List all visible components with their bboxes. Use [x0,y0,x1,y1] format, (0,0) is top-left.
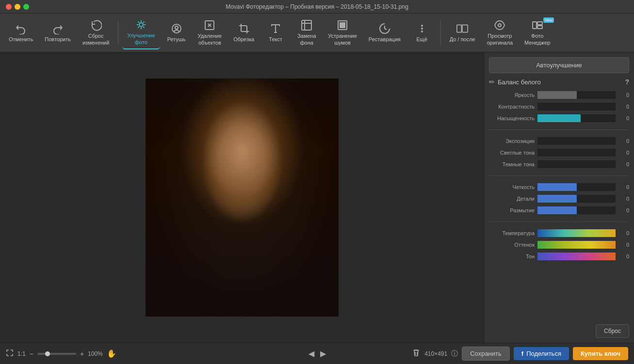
restore-label: Реставрация [369,36,401,43]
contrast-row: Контрастность 0 [489,101,629,112]
crop-button[interactable]: Обрезка [228,20,259,46]
buy-key-button[interactable]: Купить ключ [573,347,628,360]
details-row: Детали 0 [489,193,629,204]
hue-track[interactable] [537,241,616,249]
tone-fill [537,253,616,260]
new-badge: New [543,17,554,23]
exposure-row: Экспозиция 0 [489,136,629,146]
svg-point-2 [175,26,178,29]
contrast-label: Контрастность [489,104,537,110]
slider-group-2: Экспозиция 0 Светлые тона 0 Темные тона … [489,136,629,170]
hand-tool-button[interactable]: ✋ [107,349,116,358]
photo-manager-button[interactable]: New ФотоМенеджер [520,16,555,48]
denoise-label: Устранениешумов [328,33,357,46]
retouch-button[interactable]: Ретушь [162,20,191,46]
more-button[interactable]: Ещё [407,20,437,46]
temperature-label: Температура [489,230,537,236]
help-button[interactable]: ? [625,78,629,86]
exposure-track[interactable] [537,137,616,145]
svg-rect-14 [537,26,542,29]
shadows-track[interactable] [537,160,616,168]
tone-label: Тон [489,253,537,259]
svg-rect-4 [302,20,311,30]
close-button[interactable] [6,4,12,10]
exposure-value: 0 [616,138,629,144]
info-button[interactable]: ⓘ [451,349,458,358]
details-label: Детали [489,196,537,202]
svg-point-8 [422,31,423,32]
image-size: 410×491 [424,350,447,357]
more-icon [416,23,428,34]
title-bar: Movavi Фоторедактор – Пробная версия – 2… [0,0,634,14]
reset-changes-label: Сбросизменений [82,33,109,46]
photo-display [146,79,339,317]
zoom-in-button[interactable]: + [80,350,84,358]
temperature-row: Температура 0 [489,228,629,238]
save-button[interactable]: Сохранить [462,347,510,361]
retouch-label: Ретушь [167,36,186,43]
highlights-label: Светлые тона [489,150,537,156]
contrast-track[interactable] [537,103,616,111]
photo-inner [146,79,339,317]
shadows-row: Темные тона 0 [489,159,629,170]
canvas-area[interactable] [0,52,484,343]
svg-point-7 [422,25,423,26]
contrast-value: 0 [616,104,629,110]
auto-enhance-button[interactable]: Автоулучшение [489,57,629,73]
slider-group-1: Яркость 0 Контрастность 0 Насыщенность 0 [489,90,629,124]
reset-button[interactable]: Сброс [596,324,629,338]
reset-changes-button[interactable]: Сбросизменений [78,16,114,48]
saturation-track[interactable] [537,114,616,122]
window-title: Movavi Фоторедактор – Пробная версия – 2… [226,3,408,10]
delete-button[interactable] [412,348,421,359]
next-image-button[interactable]: ▶ [320,349,326,358]
tone-row: Тон 0 [489,251,629,262]
highlights-track[interactable] [537,149,616,157]
saturation-label: Насыщенность [489,115,537,121]
redo-button[interactable]: Повторить [40,20,76,46]
temperature-track[interactable] [537,229,616,237]
zoom-out-button[interactable]: − [30,350,33,358]
restore-button[interactable]: Реставрация [364,20,406,46]
fullscreen-button[interactable] [6,349,14,359]
brightness-row: Яркость 0 [489,90,629,100]
sharpness-fill [537,183,577,191]
minimize-button[interactable] [15,4,20,10]
denoise-button[interactable]: Устранениешумов [323,16,362,48]
crop-icon [238,23,250,34]
share-button[interactable]: f Поделиться [514,347,569,360]
svg-point-6 [422,28,423,29]
blur-track[interactable] [537,206,616,214]
replace-bg-button[interactable]: Заменафона [292,16,321,48]
svg-rect-10 [462,25,468,32]
svg-rect-9 [457,25,461,32]
undo-button[interactable]: Отменить [4,20,38,46]
text-icon [270,23,281,34]
photo-manager-icon [532,19,543,31]
brightness-track[interactable] [537,91,616,99]
enhance-photo-button[interactable]: Улучшениефото [122,16,160,49]
zoom-preset-label[interactable]: 1:1 [17,350,26,357]
highlights-value: 0 [616,150,629,156]
details-track[interactable] [537,195,616,203]
hue-row: Оттенок 0 [489,239,629,250]
window-controls[interactable] [6,4,29,10]
svg-point-0 [139,23,143,27]
before-after-label: До / после [450,36,475,43]
sharpness-track[interactable] [537,183,616,191]
tone-track[interactable] [537,253,616,260]
white-balance-icon: ✏ [489,78,495,86]
remove-objects-button[interactable]: Удалениеобъектов [193,16,227,48]
text-button[interactable]: Текст [261,20,290,46]
photo-container [146,79,339,317]
prev-image-button[interactable]: ◀ [309,349,314,358]
remove-objects-label: Удалениеобъектов [198,33,222,46]
before-after-button[interactable]: До / после [445,20,480,46]
original-preview-button[interactable]: Просмотроригинала [482,16,518,48]
reset-icon [90,19,102,31]
zoom-slider[interactable] [37,353,76,355]
restore-icon [379,23,390,34]
right-panel: Автоулучшение ✏ Баланс белого ? Яркость … [484,52,634,343]
redo-icon [52,23,64,34]
maximize-button[interactable] [23,4,29,10]
